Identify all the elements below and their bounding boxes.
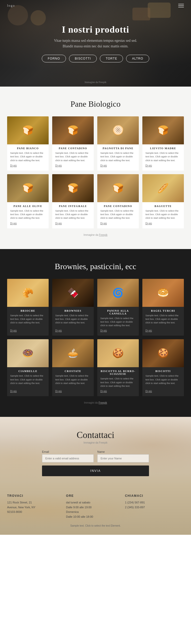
product-link[interactable]: Di più bbox=[10, 222, 46, 225]
product-image: 🍩 bbox=[7, 339, 49, 367]
pastry-section-title: Brownies, pasticcini, ecc bbox=[7, 262, 184, 271]
hero-img-credit: Immagine da Freepik bbox=[85, 81, 106, 84]
product-link[interactable]: Di più bbox=[100, 164, 136, 167]
bread-product-grid: 🍞 PANE BIANCO Sample text. Click to sele… bbox=[7, 116, 184, 228]
product-desc: Sample text. Click to select the text bo… bbox=[145, 151, 181, 162]
pastry-product-card: 🍫 BROWNIES Sample text. Click to select … bbox=[52, 279, 94, 336]
chiamaci-phones: 1 (234) 567-8912 (345) 333-897 bbox=[125, 500, 184, 510]
product-image: 🥐 bbox=[7, 279, 49, 307]
product-desc: Sample text. Click to select the text bo… bbox=[10, 151, 46, 162]
product-link[interactable]: Di più bbox=[55, 164, 91, 167]
product-link[interactable]: Di più bbox=[100, 329, 136, 332]
footer-bottom: Sample text. Click to select the text El… bbox=[7, 524, 184, 527]
btn-biscotti[interactable]: BISCOTTI bbox=[69, 55, 97, 62]
product-desc: Sample text. Click to select the text bo… bbox=[55, 151, 91, 162]
product-desc: Sample text. Click to select the text bo… bbox=[100, 209, 136, 220]
product-name: PANE BIANCO bbox=[10, 147, 46, 150]
product-name: PANE INTEGRALE bbox=[55, 205, 91, 208]
product-image: 🍫 bbox=[52, 279, 94, 307]
bread-product-card: 🥖 BAGUETTE Sample text. Click to select … bbox=[142, 174, 184, 228]
product-desc: Sample text. Click to select the text bo… bbox=[145, 374, 181, 388]
ore-title: ORE bbox=[66, 494, 125, 498]
pastry-img-credit: Immagini da Freepik bbox=[7, 401, 184, 404]
pastry-product-card: 🥯 BAGEL TURCHI Sample text. Click to sel… bbox=[142, 279, 184, 336]
bread-img-credit: Immagine da Freepik bbox=[7, 234, 184, 236]
name-label: Name bbox=[97, 450, 149, 453]
product-image: 🍞 bbox=[52, 174, 94, 202]
pastry-section: Brownies, pasticcini, ecc 🥐 BRIOCHE Samp… bbox=[0, 249, 191, 417]
product-link[interactable]: Di più bbox=[100, 222, 136, 225]
bread-img-credit-link[interactable]: Freepik bbox=[99, 234, 107, 236]
product-image: 🍞 bbox=[52, 116, 94, 144]
product-desc: Sample text. Click to select the text bo… bbox=[145, 209, 181, 220]
hero-subtitle: Vitae turpis massa sed elementum tempus … bbox=[54, 38, 137, 49]
bread-section: Pane Biologico 🍞 PANE BIANCO Sample text… bbox=[0, 87, 191, 249]
bread-product-card: 🍞 PANE ALLE OLIVE Sample text. Click to … bbox=[7, 174, 49, 228]
email-input[interactable] bbox=[42, 454, 94, 462]
product-link[interactable]: Di più bbox=[10, 390, 46, 393]
product-name: PAGNOTTA DI PANE bbox=[100, 147, 136, 150]
product-name: BROWNIES bbox=[55, 309, 91, 312]
product-desc: Sample text. Click to select the text bo… bbox=[100, 151, 136, 162]
product-desc: Sample text. Click to select the text bo… bbox=[10, 209, 46, 220]
product-desc: Sample text. Click to select the text bo… bbox=[55, 209, 91, 220]
product-name: PANE CONTADINO bbox=[100, 205, 136, 208]
pastry-product-card: 🥐 BRIOCHE Sample text. Click to select t… bbox=[7, 279, 49, 336]
btn-forno[interactable]: FORNO bbox=[42, 55, 66, 62]
product-image: 🥯 bbox=[142, 279, 184, 307]
product-name: BISCOTTO AL BURRO-SCOZZESE bbox=[100, 370, 136, 375]
footer: TROVACI 121 Rock Street, 21Avenue, New Y… bbox=[0, 486, 191, 535]
product-name: PANE CONTADINO bbox=[55, 147, 91, 150]
product-link[interactable]: Di più bbox=[55, 329, 91, 332]
product-desc: Sample text. Click to select the text bo… bbox=[55, 374, 91, 388]
bread-product-card: 🍞 LIEVITO MADRE Sample text. Click to se… bbox=[142, 116, 184, 171]
trovaci-title: TROVACI bbox=[7, 494, 66, 498]
footer-trovaci: TROVACI 121 Rock Street, 21Avenue, New Y… bbox=[7, 494, 66, 519]
trovaci-address: 121 Rock Street, 21Avenue, New York, NY9… bbox=[7, 500, 66, 514]
product-desc: Sample text. Click to select the text bo… bbox=[145, 314, 181, 327]
product-desc: Sample text. Click to select the text bo… bbox=[100, 317, 136, 327]
name-input[interactable] bbox=[97, 454, 149, 462]
product-desc: Sample text. Click to select the text bo… bbox=[100, 377, 136, 388]
hero-title: I nostri prodotti bbox=[62, 24, 129, 35]
pastry-product-card: 🍩 CIAMBELLE Sample text. Click to select… bbox=[7, 339, 49, 396]
chiamaci-title: CHIAMACI bbox=[125, 494, 184, 498]
pastry-product-card: 🥧 CROSTATE Sample text. Click to select … bbox=[52, 339, 94, 396]
product-desc: Sample text. Click to select the text bo… bbox=[10, 374, 46, 388]
product-link[interactable]: Di più bbox=[145, 164, 181, 167]
product-name: CROSTATE bbox=[55, 370, 91, 373]
product-image: 🍪 bbox=[97, 339, 139, 367]
product-link[interactable]: Di più bbox=[145, 329, 181, 332]
product-image: 🍞 bbox=[97, 174, 139, 202]
pastry-img-credit-link[interactable]: Freepik bbox=[99, 401, 107, 404]
product-image: 🍞 bbox=[7, 174, 49, 202]
product-name: BAGEL TURCHI bbox=[145, 309, 181, 312]
product-image: 🍪 bbox=[142, 339, 184, 367]
product-link[interactable]: Di più bbox=[55, 222, 91, 225]
contact-title: Contattaci bbox=[7, 430, 184, 440]
logo: logo bbox=[7, 4, 15, 8]
product-link[interactable]: Di più bbox=[55, 390, 91, 393]
product-name: PANE ALLE OLIVE bbox=[10, 205, 46, 208]
bread-product-card: 🍞 PANE CONTADINO Sample text. Click to s… bbox=[97, 174, 139, 228]
product-image: 🥧 bbox=[52, 339, 94, 367]
ore-text: dal lunedì al sabatoDalle 9:00 alle 19:0… bbox=[66, 500, 125, 519]
product-image: 🥖 bbox=[142, 174, 184, 202]
product-name: PANINO ALLA CANNELLA bbox=[100, 309, 136, 315]
product-link[interactable]: Di più bbox=[145, 390, 181, 393]
product-link[interactable]: Di più bbox=[10, 164, 46, 167]
pastry-product-card: 🍪 BISCOTTO AL BURRO-SCOZZESE Sample text… bbox=[97, 339, 139, 396]
product-link[interactable]: Di più bbox=[100, 390, 136, 393]
product-link[interactable]: Di più bbox=[10, 329, 46, 332]
product-link[interactable]: Di più bbox=[145, 222, 181, 225]
hamburger-menu[interactable] bbox=[178, 4, 184, 7]
product-name: LIEVITO MADRE bbox=[145, 147, 181, 150]
btn-torte[interactable]: TORTE bbox=[100, 55, 123, 62]
product-name: BISCOTTI bbox=[145, 370, 181, 373]
btn-altro[interactable]: ALTRO bbox=[126, 55, 149, 62]
product-image: 🍞 bbox=[7, 116, 49, 144]
submit-button[interactable]: INVIA bbox=[42, 465, 149, 476]
hero-section: I nostri prodotti Vitae turpis massa sed… bbox=[0, 0, 191, 87]
pastry-product-card: 🍪 BISCOTTI Sample text. Click to select … bbox=[142, 339, 184, 396]
footer-chiamaci: CHIAMACI 1 (234) 567-8912 (345) 333-897 bbox=[125, 494, 184, 519]
